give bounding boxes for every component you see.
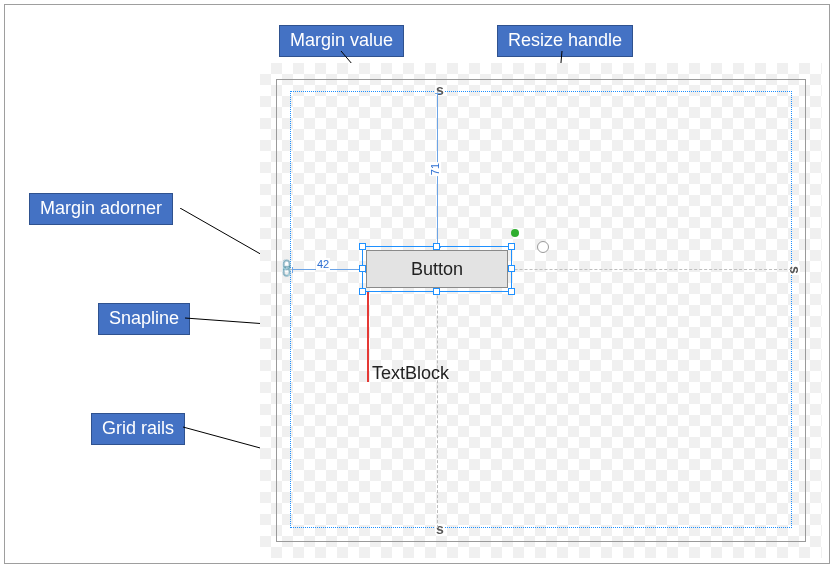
callout-margin-adorner: Margin adorner — [29, 193, 173, 225]
margin-value-left: 42 — [316, 258, 330, 270]
designer-button-control[interactable]: Button — [366, 250, 508, 288]
callout-resize-handle: Resize handle — [497, 25, 633, 57]
design-surface[interactable]: ѕ ѕ ѕ 71 🔗 42 Button Te — [260, 63, 822, 558]
grid-rails[interactable] — [290, 91, 792, 528]
diagram-frame: Margin value Resize handle Margin adorne… — [4, 4, 830, 564]
snapline — [367, 292, 369, 382]
callout-grid-rails: Grid rails — [91, 413, 185, 445]
button-text: Button — [411, 259, 463, 280]
textblock-text: TextBlock — [372, 363, 449, 383]
resize-handle-outer[interactable] — [537, 241, 549, 253]
margin-value-top: 71 — [429, 162, 441, 176]
designer-textblock-control[interactable]: TextBlock — [372, 363, 449, 384]
move-handle-dot[interactable] — [511, 229, 519, 237]
grid-splitter-right-icon[interactable]: ѕ — [790, 265, 800, 275]
callout-snapline: Snapline — [98, 303, 190, 335]
callout-margin-value: Margin value — [279, 25, 404, 57]
